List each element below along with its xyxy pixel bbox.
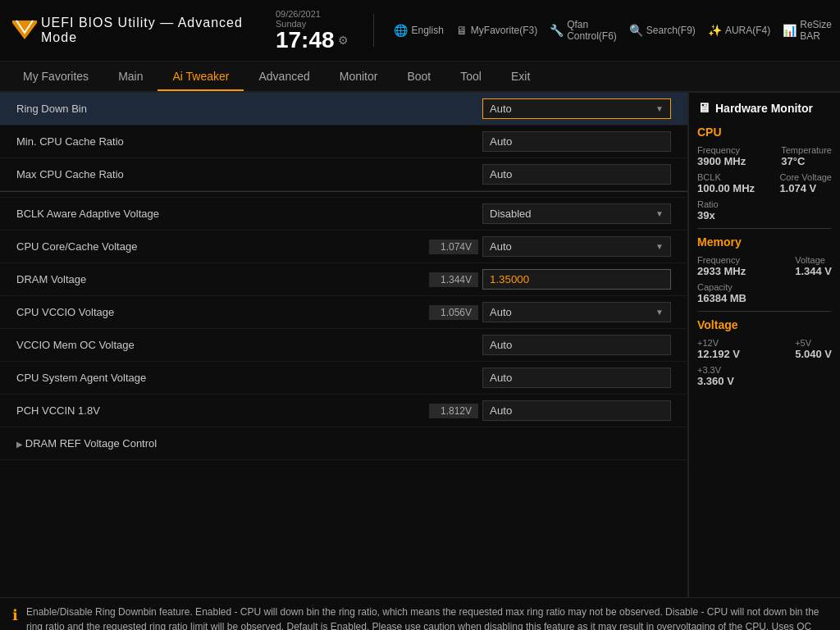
cpu-freq-label: Frequency [697, 145, 746, 155]
mem-capacity-label: Capacity [697, 282, 832, 292]
toolbar-search[interactable]: 🔍 Search(F9) [629, 24, 696, 37]
qfan-icon: 🔧 [550, 24, 564, 37]
asus-logo [8, 16, 41, 45]
title-area: UEFI BIOS Utility — Advanced Mode [41, 16, 251, 45]
cpu-ratio-label: Ratio [697, 199, 832, 209]
date-text: 09/26/2021 Sunday [276, 9, 349, 29]
search-icon: 🔍 [629, 24, 643, 37]
memory-voltage-divider [697, 311, 832, 312]
search-label: Search(F9) [646, 25, 696, 36]
mem-capacity-row: Capacity 16384 MB [697, 282, 832, 304]
mem-voltage-value: 1.344 V [795, 265, 832, 277]
nav-tabs: My Favorites Main Ai Tweaker Advanced Mo… [0, 62, 840, 93]
dropdown-arrow-icon: ▼ [655, 308, 664, 317]
myfav-icon: 🖥 [456, 24, 468, 37]
max-cpu-cache-ratio-label: Max CPU Cache Ratio [16, 168, 482, 180]
vccio-mem-oc-input[interactable] [482, 335, 671, 355]
cpu-vccio-voltage-dropdown[interactable]: Auto ▼ [482, 302, 671, 322]
cpu-bclk-value: 100.00 MHz [697, 182, 755, 194]
mem-freq-value: 2933 MHz [697, 265, 746, 277]
tab-monitor[interactable]: Monitor [325, 63, 393, 89]
settings-icon[interactable]: ⚙ [338, 34, 349, 47]
description-area: ℹ Enable/Disable Ring Downbin feature. E… [0, 597, 840, 630]
max-cpu-cache-ratio-input[interactable] [482, 164, 671, 185]
volt-3v3-label: +3.3V [697, 365, 832, 375]
tab-boot[interactable]: Boot [392, 63, 445, 89]
cpu-system-agent-control [482, 368, 671, 388]
setting-min-cpu-cache-ratio: Min. CPU Cache Ratio [0, 126, 687, 158]
language-label: English [411, 25, 443, 36]
pch-vccin-input[interactable] [482, 400, 671, 421]
min-cpu-cache-ratio-label: Min. CPU Cache Ratio [16, 135, 482, 148]
description-text: Enable/Disable Ring Downbin feature. Ena… [26, 605, 828, 630]
toolbar-resizebar[interactable]: 📊 ReSize BAR [783, 19, 832, 42]
dram-voltage-input[interactable] [482, 269, 671, 290]
cpu-vccio-voltage-current: 1.056V [429, 305, 478, 320]
toolbar-myfavorite[interactable]: 🖥 MyFavorite(F3) [456, 24, 537, 37]
mem-voltage-label: Voltage [795, 255, 832, 265]
bclk-aware-dropdown[interactable]: Disabled ▼ [482, 203, 671, 224]
qfan-label: Qfan Control(F6) [567, 19, 617, 42]
ring-down-bin-label: Ring Down Bin [16, 103, 482, 115]
toolbar-qfan[interactable]: 🔧 Qfan Control(F6) [550, 19, 617, 42]
dropdown-arrow-icon: ▼ [655, 104, 664, 113]
bclk-aware-value: Disabled [490, 208, 532, 220]
pch-vccin-control: 1.812V [429, 400, 671, 421]
cpu-vccio-voltage-control: 1.056V Auto ▼ [429, 302, 671, 322]
dram-voltage-label: DRAM Voltage [16, 273, 429, 285]
mem-freq-label: Frequency [697, 255, 746, 265]
bios-title: UEFI BIOS Utility — Advanced Mode [41, 16, 251, 45]
memory-section-title: Memory [697, 235, 832, 249]
cpu-temp-value: 37°C [781, 155, 832, 167]
setting-dram-voltage: DRAM Voltage 1.344V [0, 263, 687, 296]
toolbar-language[interactable]: 🌐 English [394, 24, 443, 37]
mem-capacity-value: 16384 MB [697, 292, 832, 304]
setting-bclk-aware: BCLK Aware Adaptive Voltage Disabled ▼ [0, 198, 687, 231]
setting-vccio-mem-oc: VCCIO Mem OC Voltage [0, 329, 687, 362]
min-cpu-cache-ratio-control [482, 131, 671, 152]
tab-my-favorites[interactable]: My Favorites [8, 63, 103, 89]
cpu-core-voltage-value: 1.074 V [779, 182, 832, 194]
volt-12v-value: 12.192 V [697, 348, 740, 360]
tab-tool[interactable]: Tool [445, 63, 496, 89]
cpu-ratio-value: 39x [697, 209, 832, 221]
toolbar-aura[interactable]: ✨ AURA(F4) [708, 24, 770, 37]
monitor-icon: 🖥 [697, 101, 710, 116]
cpu-section-title: CPU [697, 126, 832, 139]
datetime-area: 09/26/2021 Sunday 17:48 ⚙ [276, 9, 349, 52]
cpu-core-cache-voltage-dropdown[interactable]: Auto ▼ [482, 236, 671, 257]
setting-max-cpu-cache-ratio: Max CPU Cache Ratio [0, 158, 687, 191]
info-icon: ℹ [12, 606, 18, 624]
min-cpu-cache-ratio-input[interactable] [482, 131, 671, 152]
section-divider-1 [0, 191, 687, 198]
tab-advanced[interactable]: Advanced [244, 63, 324, 89]
cpu-bclk-label: BCLK [697, 172, 755, 182]
dram-voltage-control: 1.344V [429, 269, 671, 290]
tab-ai-tweaker[interactable]: Ai Tweaker [158, 63, 244, 91]
cpu-freq-row: Frequency 3900 MHz Temperature 37°C [697, 145, 832, 167]
tab-exit[interactable]: Exit [496, 63, 545, 89]
cpu-freq-value: 3900 MHz [697, 155, 746, 167]
ring-down-bin-dropdown[interactable]: Auto ▼ [482, 98, 671, 119]
cpu-bclk-row: BCLK 100.00 MHz Core Voltage 1.074 V [697, 172, 832, 194]
cpu-memory-divider [697, 228, 832, 229]
hw-monitor-panel: 🖥 Hardware Monitor CPU Frequency 3900 MH… [688, 93, 840, 597]
volt-5v-value: 5.040 V [795, 348, 832, 360]
cpu-system-agent-input[interactable] [482, 368, 671, 388]
dram-voltage-current: 1.344V [429, 272, 478, 287]
mem-freq-row: Frequency 2933 MHz Voltage 1.344 V [697, 255, 832, 277]
setting-cpu-vccio-voltage: CPU VCCIO Voltage 1.056V Auto ▼ [0, 296, 687, 329]
setting-dram-ref-voltage[interactable]: DRAM REF Voltage Control [0, 427, 687, 460]
ring-down-bin-control: Auto ▼ [482, 98, 671, 119]
settings-panel: Ring Down Bin Auto ▼ Min. CPU Cache Rati… [0, 93, 688, 597]
tab-main[interactable]: Main [103, 63, 158, 89]
cpu-core-cache-voltage-value: Auto [490, 240, 512, 253]
setting-pch-vccin-1v8: PCH VCCIN 1.8V 1.812V [0, 395, 687, 427]
dropdown-arrow-icon: ▼ [655, 209, 664, 218]
logo-area [8, 16, 41, 45]
myfav-label: MyFavorite(F3) [471, 25, 537, 36]
cpu-vccio-voltage-label: CPU VCCIO Voltage [16, 306, 429, 318]
setting-ring-down-bin: Ring Down Bin Auto ▼ [0, 93, 687, 126]
cpu-core-cache-voltage-label: CPU Core/Cache Voltage [16, 240, 429, 253]
bclk-aware-control: Disabled ▼ [482, 203, 671, 224]
